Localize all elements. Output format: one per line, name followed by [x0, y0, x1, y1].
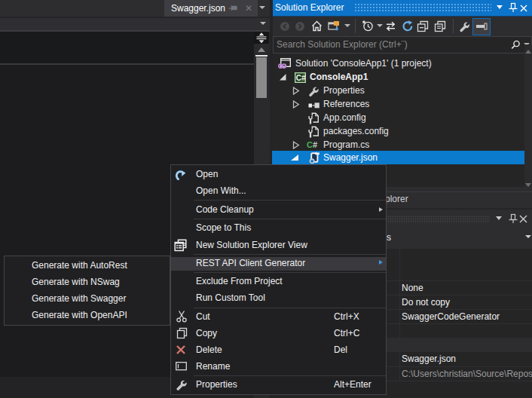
svg-text:C#: C#	[296, 74, 306, 82]
